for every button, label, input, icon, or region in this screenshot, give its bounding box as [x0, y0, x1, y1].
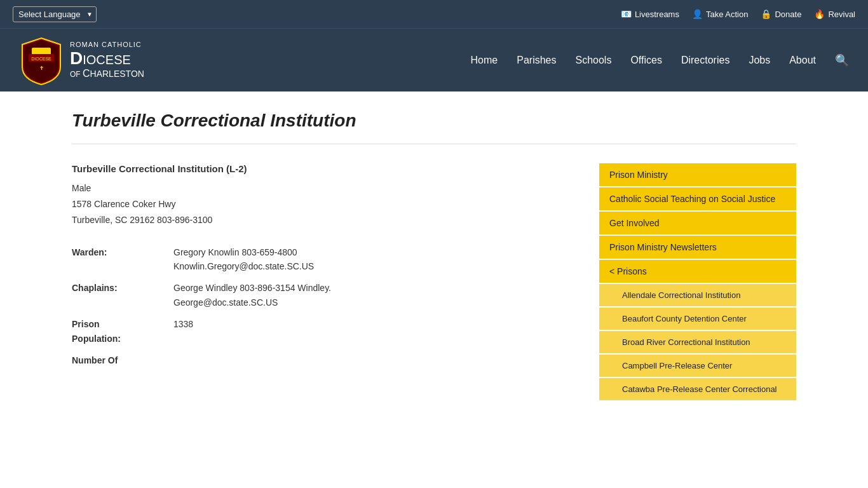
site-header: ✝ DIOCESE ROMAN CATHOLIC DIOCESE OF CHAR…: [0, 28, 868, 92]
nav-home[interactable]: Home: [471, 55, 498, 66]
nav-directories[interactable]: Directories: [681, 55, 729, 66]
language-select-input[interactable]: Select Language English Spanish French: [13, 6, 97, 22]
livestreams-label: Livestreams: [635, 10, 679, 19]
prison-population-value: 1338: [173, 313, 574, 349]
of-charleston-text: OF CHARLESTON: [70, 67, 144, 79]
chaplains-row: Chaplains: George Windley 803-896-3154 W…: [72, 277, 574, 313]
address-line1: 1578 Clarence Coker Hwy: [72, 199, 175, 209]
sidebar-item-catawba[interactable]: Catawba Pre-Release Center Correctional: [599, 378, 796, 400]
logo-text: ROMAN CATHOLIC DIOCESE OF CHARLESTON: [70, 41, 144, 79]
nav-parishes[interactable]: Parishes: [517, 55, 556, 66]
language-selector[interactable]: Select Language English Spanish French ▼: [13, 6, 97, 22]
page-title-section: Turbeville Correctional Institution: [72, 111, 796, 144]
two-column-layout: Turbeville Correctional Institution (L-2…: [72, 163, 796, 402]
content-wrapper: Turbeville Correctional Institution Turb…: [53, 92, 815, 402]
nav-schools[interactable]: Schools: [576, 55, 612, 66]
top-bar: Select Language English Spanish French ▼…: [0, 0, 868, 28]
number-of-value: [173, 349, 574, 371]
top-bar-right: 📧 Livestreams 👤 Take Action 🔒 Donate 🔥 R…: [621, 9, 855, 19]
gender: Male: [72, 183, 91, 193]
sidebar: Prison Ministry Catholic Social Teaching…: [599, 163, 796, 402]
livestreams-icon: 📧: [621, 9, 632, 19]
sidebar-item-beaufort[interactable]: Beaufort County Detention Center: [599, 308, 796, 330]
svg-text:✝: ✝: [39, 65, 44, 71]
number-of-label: Number Of: [72, 349, 173, 371]
take-action-label: Take Action: [706, 10, 749, 19]
nav-about[interactable]: About: [789, 55, 816, 66]
nav-jobs[interactable]: Jobs: [749, 55, 770, 66]
svg-text:DIOCESE: DIOCESE: [31, 57, 51, 61]
donate-label: Donate: [775, 10, 801, 19]
sidebar-item-prison-ministry[interactable]: Prison Ministry: [599, 163, 796, 186]
main-content: Turbeville Correctional Institution (L-2…: [72, 163, 574, 402]
nav-offices[interactable]: Offices: [630, 55, 662, 66]
chaplains-value: George Windley 803-896-3154 Windley. Geo…: [173, 277, 574, 313]
warden-row: Warden: Gregory Knowlin 803-659-4800 Kno…: [72, 241, 574, 278]
sidebar-item-campbell[interactable]: Campbell Pre-Release Center: [599, 355, 796, 377]
take-action-icon: 👤: [692, 9, 703, 19]
chaplains-label: Chaplains:: [72, 277, 173, 313]
donate-icon: 🔒: [761, 9, 771, 19]
revival-link[interactable]: 🔥 Revival: [814, 9, 855, 19]
page-title: Turbeville Correctional Institution: [72, 111, 796, 131]
address-line2: Turbeville, SC 29162 803-896-3100: [72, 215, 212, 225]
take-action-link[interactable]: 👤 Take Action: [692, 9, 749, 19]
sidebar-item-newsletters[interactable]: Prison Ministry Newsletters: [599, 236, 796, 259]
institution-info: Male 1578 Clarence Coker Hwy Turbeville,…: [72, 180, 574, 229]
institution-name: Turbeville Correctional Institution (L-2…: [72, 163, 574, 174]
warden-value: Gregory Knowlin 803-659-4800 Knowlin.Gre…: [173, 241, 574, 278]
diocese-text: DIOCESE: [70, 50, 144, 67]
livestreams-link[interactable]: 📧 Livestreams: [621, 9, 679, 19]
search-button[interactable]: 🔍: [835, 53, 849, 67]
warden-label: Warden:: [72, 241, 173, 278]
site-logo[interactable]: ✝ DIOCESE ROMAN CATHOLIC DIOCESE OF CHAR…: [19, 35, 144, 86]
revival-label: Revival: [828, 10, 855, 19]
revival-icon: 🔥: [814, 9, 825, 19]
main-nav: Home Parishes Schools Offices Directorie…: [471, 53, 849, 67]
diocese-shield-icon: ✝ DIOCESE: [19, 35, 64, 86]
number-of-row: Number Of: [72, 349, 574, 371]
top-bar-left: Select Language English Spanish French ▼: [13, 6, 97, 22]
sidebar-item-broad-river[interactable]: Broad River Correctional Institution: [599, 331, 796, 353]
donate-link[interactable]: 🔒 Donate: [761, 9, 801, 19]
sidebar-item-allendale[interactable]: Allendale Correctional Institution: [599, 284, 796, 306]
sidebar-item-get-involved[interactable]: Get Involved: [599, 212, 796, 234]
sidebar-item-catholic-social[interactable]: Catholic Social Teaching on Social Justi…: [599, 187, 796, 210]
sidebar-menu: Prison Ministry Catholic Social Teaching…: [599, 163, 796, 400]
details-table: Warden: Gregory Knowlin 803-659-4800 Kno…: [72, 241, 574, 372]
prison-population-row: PrisonPopulation: 1338: [72, 313, 574, 349]
prison-population-label: PrisonPopulation:: [72, 313, 173, 349]
sidebar-item-prisons-back[interactable]: Prisons: [599, 260, 796, 283]
